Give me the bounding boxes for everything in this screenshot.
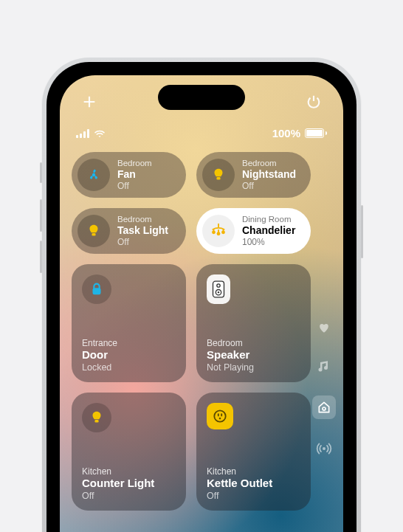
phone-screen: 100% — [60, 75, 343, 532]
accessory-name-label: Fan — [117, 168, 152, 181]
speaker-icon — [207, 274, 230, 304]
accessory-room-label: Kitchen — [207, 466, 300, 477]
accessory-room-label: Entrance — [82, 338, 176, 349]
accessory-bedroom-task-light[interactable]: Bedroom Task Light Off — [72, 208, 186, 254]
side-button-power — [361, 205, 363, 258]
lock-icon — [82, 274, 111, 304]
accessory-bedroom-fan[interactable]: Bedroom Fan Off — [72, 152, 186, 198]
svg-rect-5 — [92, 233, 95, 235]
rail-favorites[interactable] — [315, 319, 333, 336]
accessory-state-label: Not Playing — [207, 362, 300, 373]
svg-rect-13 — [93, 288, 101, 294]
accessory-state-label: Off — [117, 181, 152, 191]
accessory-room-label: Bedroom — [117, 159, 152, 169]
add-button[interactable] — [79, 91, 100, 112]
svg-rect-21 — [221, 413, 222, 416]
accessory-kitchen-kettle-outlet[interactable]: Kitchen Kettle Outlet Off — [196, 393, 311, 511]
svg-rect-4 — [216, 177, 220, 179]
accessory-name-label: Counter Light — [82, 477, 176, 490]
accessory-bedroom-speaker[interactable]: Bedroom Speaker Not Playing — [196, 264, 311, 382]
accessory-name-label: Chandelier — [242, 224, 295, 237]
home-icon — [317, 400, 331, 415]
rail-music[interactable] — [315, 357, 333, 375]
wifi-icon — [94, 129, 106, 138]
svg-rect-11 — [218, 229, 219, 232]
accessory-room-label: Bedroom — [207, 338, 300, 349]
accessory-state-label: Off — [242, 181, 296, 191]
accessory-room-label: Dining Room — [242, 215, 295, 225]
accessory-name-label: Kettle Outlet — [207, 477, 300, 490]
svg-point-23 — [323, 407, 326, 410]
accessory-state-label: Off — [82, 491, 176, 502]
svg-rect-20 — [218, 413, 219, 416]
svg-rect-10 — [213, 229, 215, 231]
battery-icon — [305, 128, 327, 138]
bulb-icon — [78, 215, 110, 247]
cellular-signal-icon — [76, 129, 89, 138]
outlet-icon — [207, 403, 233, 429]
power-button[interactable] — [303, 91, 324, 112]
svg-point-7 — [212, 230, 216, 234]
music-note-icon — [317, 359, 331, 373]
svg-point-24 — [323, 447, 326, 450]
phone-frame: 100% — [42, 58, 361, 532]
fan-icon — [78, 159, 110, 191]
bulb-icon — [202, 159, 235, 191]
svg-rect-18 — [94, 420, 98, 422]
svg-rect-12 — [223, 229, 224, 231]
svg-point-3 — [92, 173, 95, 176]
accessory-dining-room-chandelier[interactable]: Dining Room Chandelier 100% — [196, 208, 311, 254]
plus-icon — [81, 94, 97, 110]
heart-icon — [317, 320, 331, 335]
accessory-room-label: Bedroom — [242, 159, 296, 169]
accessory-room-label: Kitchen — [82, 466, 176, 477]
power-icon — [306, 94, 322, 110]
accessory-entrance-door[interactable]: Entrance Door Locked — [72, 264, 186, 382]
accessory-state-label: Locked — [82, 362, 176, 373]
broadcast-icon — [316, 441, 332, 457]
side-button-vol-up — [40, 199, 42, 232]
accessory-state-label: 100% — [242, 237, 295, 247]
svg-point-9 — [221, 230, 225, 234]
accessory-name-label: Nightstand — [242, 168, 296, 181]
status-bar: 100% — [60, 127, 343, 139]
accessory-bedroom-nightstand[interactable]: Bedroom Nightstand Off — [196, 152, 311, 198]
rail-broadcast[interactable] — [315, 440, 333, 457]
side-button-action — [40, 162, 42, 183]
accessory-name-label: Task Light — [117, 224, 168, 237]
svg-point-8 — [217, 232, 221, 235]
rail-home[interactable] — [312, 395, 336, 419]
accessory-room-label: Bedroom — [117, 215, 168, 225]
chandelier-icon — [202, 215, 235, 247]
svg-point-17 — [218, 291, 219, 293]
battery-percent: 100% — [272, 127, 300, 139]
accessory-state-label: Off — [207, 491, 300, 502]
accessory-name-label: Speaker — [207, 348, 300, 362]
accessory-state-label: Off — [117, 237, 168, 247]
phone-bezel: 100% — [46, 62, 356, 532]
accessory-kitchen-counter-light[interactable]: Kitchen Counter Light Off — [72, 393, 186, 511]
svg-point-19 — [214, 410, 225, 421]
category-rail — [312, 319, 336, 457]
bulb-icon — [82, 403, 111, 432]
svg-rect-6 — [218, 224, 219, 228]
side-button-vol-down — [40, 241, 42, 273]
accessory-name-label: Door — [82, 348, 176, 362]
svg-point-22 — [219, 418, 221, 420]
